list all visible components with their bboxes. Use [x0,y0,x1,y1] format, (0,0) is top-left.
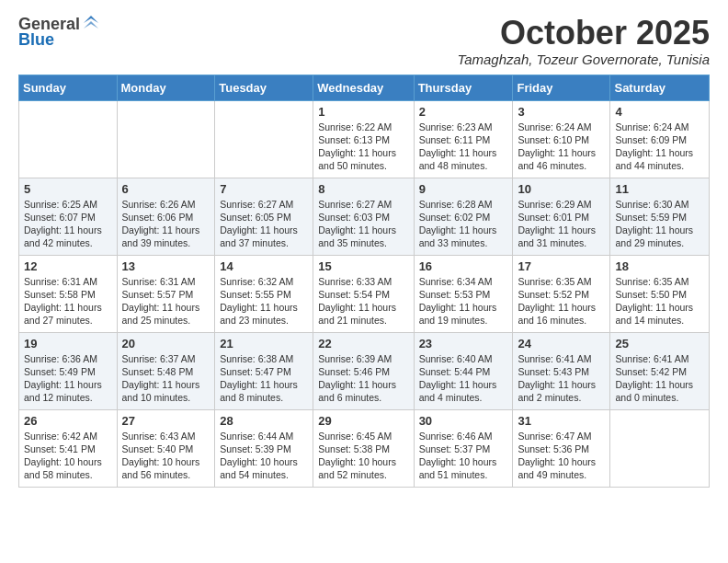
day-number: 5 [24,182,112,196]
day-info: Sunrise: 6:44 AM Sunset: 5:39 PM Dayligh… [220,430,308,482]
day-info: Sunrise: 6:35 AM Sunset: 5:50 PM Dayligh… [615,275,704,327]
day-number: 14 [220,259,308,273]
calendar-cell: 23Sunrise: 6:40 AM Sunset: 5:44 PM Dayli… [414,332,513,409]
header: General Blue October 2025 Tamaghzah, Toz… [18,15,710,67]
day-number: 8 [318,182,408,196]
day-number: 22 [318,337,408,350]
day-info: Sunrise: 6:27 AM Sunset: 6:03 PM Dayligh… [318,198,408,250]
calendar-cell: 2Sunrise: 6:23 AM Sunset: 6:11 PM Daylig… [414,100,513,178]
day-info: Sunrise: 6:41 AM Sunset: 5:42 PM Dayligh… [615,352,704,405]
day-number: 4 [615,105,704,119]
column-header-wednesday: Wednesday [313,75,414,100]
calendar-cell: 10Sunrise: 6:29 AM Sunset: 6:01 PM Dayli… [513,178,610,255]
calendar-cell: 16Sunrise: 6:34 AM Sunset: 5:53 PM Dayli… [414,255,513,332]
day-info: Sunrise: 6:40 AM Sunset: 5:44 PM Dayligh… [419,352,508,405]
calendar-cell: 20Sunrise: 6:37 AM Sunset: 5:48 PM Dayli… [117,332,215,409]
day-info: Sunrise: 6:24 AM Sunset: 6:09 PM Dayligh… [615,121,704,173]
day-info: Sunrise: 6:27 AM Sunset: 6:05 PM Dayligh… [220,198,308,250]
day-number: 29 [318,414,408,428]
calendar-cell: 12Sunrise: 6:31 AM Sunset: 5:58 PM Dayli… [19,255,118,332]
calendar-cell: 9Sunrise: 6:28 AM Sunset: 6:02 PM Daylig… [414,178,513,255]
calendar-cell: 26Sunrise: 6:42 AM Sunset: 5:41 PM Dayli… [19,409,118,487]
day-info: Sunrise: 6:45 AM Sunset: 5:38 PM Dayligh… [318,430,408,482]
calendar-cell: 31Sunrise: 6:47 AM Sunset: 5:36 PM Dayli… [513,409,610,487]
calendar-cell: 25Sunrise: 6:41 AM Sunset: 5:42 PM Dayli… [610,332,710,409]
day-number: 20 [122,337,210,350]
day-info: Sunrise: 6:43 AM Sunset: 5:40 PM Dayligh… [122,430,210,482]
calendar-cell: 22Sunrise: 6:39 AM Sunset: 5:46 PM Dayli… [313,332,414,409]
calendar-cell: 8Sunrise: 6:27 AM Sunset: 6:03 PM Daylig… [313,178,414,255]
day-info: Sunrise: 6:39 AM Sunset: 5:46 PM Dayligh… [318,352,408,405]
column-header-tuesday: Tuesday [215,75,313,100]
day-number: 25 [615,337,704,350]
day-number: 10 [518,182,605,196]
day-info: Sunrise: 6:28 AM Sunset: 6:02 PM Dayligh… [419,198,508,250]
day-number: 11 [615,182,704,196]
day-number: 7 [220,182,308,196]
calendar-cell: 21Sunrise: 6:38 AM Sunset: 5:47 PM Dayli… [215,332,313,409]
day-number: 13 [122,259,210,273]
calendar-cell [19,100,118,178]
calendar-cell: 11Sunrise: 6:30 AM Sunset: 5:59 PM Dayli… [610,178,710,255]
day-info: Sunrise: 6:42 AM Sunset: 5:41 PM Dayligh… [24,430,112,482]
day-number: 19 [24,337,112,350]
day-info: Sunrise: 6:23 AM Sunset: 6:11 PM Dayligh… [419,121,508,173]
day-info: Sunrise: 6:36 AM Sunset: 5:49 PM Dayligh… [24,352,112,405]
day-info: Sunrise: 6:35 AM Sunset: 5:52 PM Dayligh… [518,275,605,327]
day-number: 17 [518,259,605,273]
day-number: 18 [615,259,704,273]
logo-arrow-icon [82,14,100,32]
day-number: 3 [518,105,605,119]
calendar-header-row: SundayMondayTuesdayWednesdayThursdayFrid… [19,75,710,100]
day-number: 24 [518,337,605,350]
day-info: Sunrise: 6:31 AM Sunset: 5:58 PM Dayligh… [24,275,112,327]
day-number: 1 [318,105,408,119]
calendar-cell: 27Sunrise: 6:43 AM Sunset: 5:40 PM Dayli… [117,409,215,487]
day-info: Sunrise: 6:38 AM Sunset: 5:47 PM Dayligh… [220,352,308,405]
calendar-cell: 28Sunrise: 6:44 AM Sunset: 5:39 PM Dayli… [215,409,313,487]
calendar-cell: 29Sunrise: 6:45 AM Sunset: 5:38 PM Dayli… [313,409,414,487]
calendar-cell: 4Sunrise: 6:24 AM Sunset: 6:09 PM Daylig… [610,100,710,178]
day-number: 28 [220,414,308,428]
day-info: Sunrise: 6:41 AM Sunset: 5:43 PM Dayligh… [518,352,605,405]
calendar-cell [215,100,313,178]
calendar-cell: 5Sunrise: 6:25 AM Sunset: 6:07 PM Daylig… [19,178,118,255]
day-info: Sunrise: 6:30 AM Sunset: 5:59 PM Dayligh… [615,198,704,250]
svg-marker-1 [84,21,98,29]
day-number: 30 [419,414,508,428]
calendar-cell: 3Sunrise: 6:24 AM Sunset: 6:10 PM Daylig… [513,100,610,178]
calendar-cell [117,100,215,178]
day-info: Sunrise: 6:25 AM Sunset: 6:07 PM Dayligh… [24,198,112,250]
day-info: Sunrise: 6:22 AM Sunset: 6:13 PM Dayligh… [318,121,408,173]
day-info: Sunrise: 6:46 AM Sunset: 5:37 PM Dayligh… [419,430,508,482]
calendar-week-row: 19Sunrise: 6:36 AM Sunset: 5:49 PM Dayli… [19,332,710,409]
calendar-cell: 18Sunrise: 6:35 AM Sunset: 5:50 PM Dayli… [610,255,710,332]
calendar-table: SundayMondayTuesdayWednesdayThursdayFrid… [18,75,710,488]
subtitle: Tamaghzah, Tozeur Governorate, Tunisia [457,52,710,67]
day-info: Sunrise: 6:47 AM Sunset: 5:36 PM Dayligh… [518,430,605,482]
day-info: Sunrise: 6:37 AM Sunset: 5:48 PM Dayligh… [122,352,210,405]
day-info: Sunrise: 6:33 AM Sunset: 5:54 PM Dayligh… [318,275,408,327]
day-number: 23 [419,337,508,350]
calendar-cell: 1Sunrise: 6:22 AM Sunset: 6:13 PM Daylig… [313,100,414,178]
column-header-monday: Monday [117,75,215,100]
page: General Blue October 2025 Tamaghzah, Toz… [0,0,728,563]
title-area: October 2025 Tamaghzah, Tozeur Governora… [457,15,710,67]
calendar-week-row: 5Sunrise: 6:25 AM Sunset: 6:07 PM Daylig… [19,178,710,255]
day-info: Sunrise: 6:24 AM Sunset: 6:10 PM Dayligh… [518,121,605,173]
column-header-friday: Friday [513,75,610,100]
day-number: 26 [24,414,112,428]
calendar-cell: 19Sunrise: 6:36 AM Sunset: 5:49 PM Dayli… [19,332,118,409]
day-number: 31 [518,414,605,428]
column-header-thursday: Thursday [414,75,513,100]
month-title: October 2025 [457,15,710,52]
calendar-cell: 6Sunrise: 6:26 AM Sunset: 6:06 PM Daylig… [117,178,215,255]
column-header-sunday: Sunday [19,75,118,100]
calendar-cell: 14Sunrise: 6:32 AM Sunset: 5:55 PM Dayli… [215,255,313,332]
day-number: 16 [419,259,508,273]
calendar-cell: 13Sunrise: 6:31 AM Sunset: 5:57 PM Dayli… [117,255,215,332]
calendar-week-row: 12Sunrise: 6:31 AM Sunset: 5:58 PM Dayli… [19,255,710,332]
day-number: 27 [122,414,210,428]
calendar-cell: 24Sunrise: 6:41 AM Sunset: 5:43 PM Dayli… [513,332,610,409]
day-number: 2 [419,105,508,119]
